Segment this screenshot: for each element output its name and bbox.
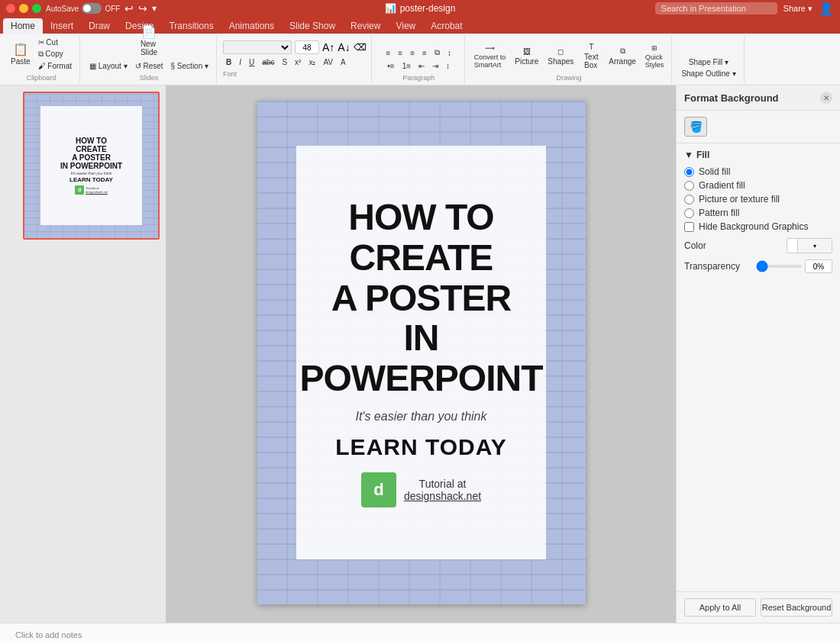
picture-btn[interactable]: 🖼 Picture — [512, 46, 541, 67]
maximize-window-btn[interactable] — [32, 4, 41, 13]
ribbon-tabs: Home Insert Draw Design Transitions Anim… — [0, 17, 840, 34]
notes-bar[interactable]: Click to add notes — [0, 623, 840, 641]
hide-bg-option[interactable]: Hide Background Graphics — [684, 221, 832, 232]
copy-btn[interactable]: ⧉ Copy — [35, 49, 75, 60]
picture-label: Picture — [515, 57, 538, 66]
thumb-poster-bg: HOW TOCREATEA POSTERIN POWERPOINT It's e… — [24, 93, 158, 238]
close-window-btn[interactable] — [6, 4, 15, 13]
ribbon-group-drawing: ⟿ Convert toSmartArt 🖼 Picture ◻ Shapes … — [467, 35, 673, 83]
slide-thumbnail[interactable]: HOW TOCREATEA POSTERIN POWERPOINT It's e… — [23, 92, 160, 240]
align-right-btn[interactable]: ≡ — [407, 48, 418, 58]
text-dir-btn[interactable]: ↕ — [444, 48, 454, 58]
undo-btn[interactable]: ↩ — [124, 2, 134, 14]
underline-btn[interactable]: U — [246, 57, 257, 67]
minimize-window-btn[interactable] — [19, 4, 28, 13]
transparency-input[interactable] — [805, 259, 832, 273]
apply-to-all-btn[interactable]: Apply to All — [684, 598, 756, 617]
line-spacing-btn[interactable]: ↕ — [443, 61, 453, 71]
shapes-btn[interactable]: ◻ Shapes — [544, 46, 577, 67]
shadow-btn[interactable]: S — [279, 57, 290, 67]
thumb-title: HOW TOCREATEA POSTERIN POWERPOINT — [60, 137, 122, 170]
share-btn[interactable]: Share ▾ — [783, 4, 813, 14]
font-size-dec-btn[interactable]: A↓ — [338, 41, 350, 53]
tab-draw[interactable]: Draw — [81, 18, 118, 34]
indent-dec-btn[interactable]: ⇤ — [415, 61, 428, 71]
shape-fill-btn[interactable]: Shape Fill ▾ — [686, 57, 732, 67]
solid-fill-radio[interactable] — [684, 167, 694, 177]
picture-fill-radio[interactable] — [684, 195, 694, 205]
tab-review[interactable]: Review — [343, 18, 388, 34]
font-name-select[interactable] — [223, 40, 292, 54]
reset-btn[interactable]: ↺ Reset — [132, 61, 166, 71]
new-slide-btn[interactable]: 📄 NewSlide — [137, 24, 160, 58]
customize-btn[interactable]: ▾ — [152, 3, 157, 14]
picture-fill-option[interactable]: Picture or texture fill — [684, 194, 832, 205]
tab-insert[interactable]: Insert — [43, 18, 81, 34]
align-left-btn[interactable]: ≡ — [383, 48, 394, 58]
align-center-btn[interactable]: ≡ — [395, 48, 405, 58]
search-input[interactable] — [655, 2, 777, 14]
tab-animations[interactable]: Animations — [221, 18, 282, 34]
font-size-inc-btn[interactable]: A↑ — [322, 41, 334, 53]
hide-bg-checkbox[interactable] — [684, 222, 694, 232]
title-bar-left: AutoSave OFF ↩ ↪ ▾ — [6, 2, 157, 14]
textbox-btn[interactable]: T TextBox — [580, 41, 603, 71]
picture-icon: 🖼 — [523, 47, 531, 56]
account-icon[interactable]: 👤 — [819, 2, 834, 16]
color-picker-btn[interactable]: ▾ — [787, 238, 832, 253]
section-btn[interactable]: § Section ▾ — [168, 61, 212, 71]
pattern-fill-option[interactable]: Pattern fill — [684, 208, 832, 218]
format-painter-btn[interactable]: 🖌 Format — [35, 61, 75, 71]
numbered-btn[interactable]: 1≡ — [399, 61, 414, 71]
italic-btn[interactable]: I — [236, 57, 244, 67]
font-color-btn[interactable]: A — [338, 57, 349, 67]
tab-view[interactable]: View — [388, 18, 423, 34]
quick-styles-btn[interactable]: ⊞ QuickStyles — [642, 43, 667, 70]
justify-btn[interactable]: ≡ — [419, 48, 430, 58]
fill-icon-btn[interactable]: 🪣 — [684, 117, 707, 137]
tab-home[interactable]: Home — [3, 18, 43, 34]
font-spacing-btn[interactable]: AV — [320, 57, 336, 67]
panel-close-btn[interactable]: ✕ — [820, 92, 832, 104]
file-icon: 📊 — [385, 3, 396, 14]
indent-inc-btn[interactable]: ⇥ — [429, 61, 441, 71]
slide-thumb-container: 1 HOW TOCREATEA POSTERIN POWERPOINT It's… — [6, 92, 160, 240]
cols-btn[interactable]: ⧉ — [431, 47, 443, 58]
transparency-slider[interactable] — [756, 265, 802, 268]
solid-fill-option[interactable]: Solid fill — [684, 166, 832, 177]
convert-smartart-btn[interactable]: ⟿ Convert toSmartArt — [471, 43, 509, 70]
font-label: Font — [223, 70, 237, 78]
ribbon-group-clipboard: 📋 Paste ✂ Cut ⧉ Copy 🖌 Format Clipboard — [3, 35, 80, 83]
gradient-fill-option[interactable]: Gradient fill — [684, 180, 832, 191]
paste-btn[interactable]: 📋 Paste — [8, 42, 34, 67]
thumb-footer-text: Tutorial at designshack.net — [86, 186, 108, 194]
tab-acrobat[interactable]: Acrobat — [423, 18, 470, 34]
picture-fill-label: Picture or texture fill — [699, 194, 780, 205]
thumb-white-box: HOW TOCREATEA POSTERIN POWERPOINT It's e… — [40, 106, 142, 225]
arrange-btn[interactable]: ⧉ Arrange — [606, 45, 639, 67]
autosave-switch[interactable] — [82, 3, 102, 14]
clear-format-btn[interactable]: ⌫ — [354, 42, 367, 53]
tab-transitions[interactable]: Transitions — [161, 18, 221, 34]
panel-footer: Apply to All Reset Background — [677, 591, 840, 623]
layout-btn[interactable]: ▦ Layout ▾ — [86, 61, 131, 71]
reset-background-btn[interactable]: Reset Background — [761, 598, 832, 617]
subscript-btn[interactable]: x₂ — [305, 57, 318, 67]
redo-btn[interactable]: ↪ — [138, 2, 147, 14]
slide-canvas[interactable]: HOW TO CREATE A POSTER IN POWERPOINT It'… — [257, 101, 586, 604]
ribbon-slides-row: 📄 NewSlide — [137, 24, 160, 58]
gradient-fill-radio[interactable] — [684, 181, 694, 191]
bold-btn[interactable]: B — [223, 57, 234, 67]
smartart-label: Convert toSmartArt — [474, 53, 506, 69]
strikethrough-btn[interactable]: abc — [259, 57, 277, 67]
title-bar-center: 📊 poster-design — [385, 3, 456, 14]
shape-outline-btn[interactable]: Shape Outline ▾ — [678, 69, 738, 79]
tab-slideshow[interactable]: Slide Show — [282, 18, 343, 34]
poster-white-box[interactable]: HOW TO CREATE A POSTER IN POWERPOINT It'… — [296, 146, 546, 559]
superscript-btn[interactable]: x² — [292, 57, 304, 67]
autosave-toggle[interactable]: AutoSave OFF — [46, 3, 120, 14]
font-size-input[interactable] — [295, 40, 319, 54]
bullet-btn[interactable]: •≡ — [384, 61, 397, 71]
cut-btn[interactable]: ✂ Cut — [35, 37, 75, 47]
pattern-fill-radio[interactable] — [684, 208, 694, 218]
